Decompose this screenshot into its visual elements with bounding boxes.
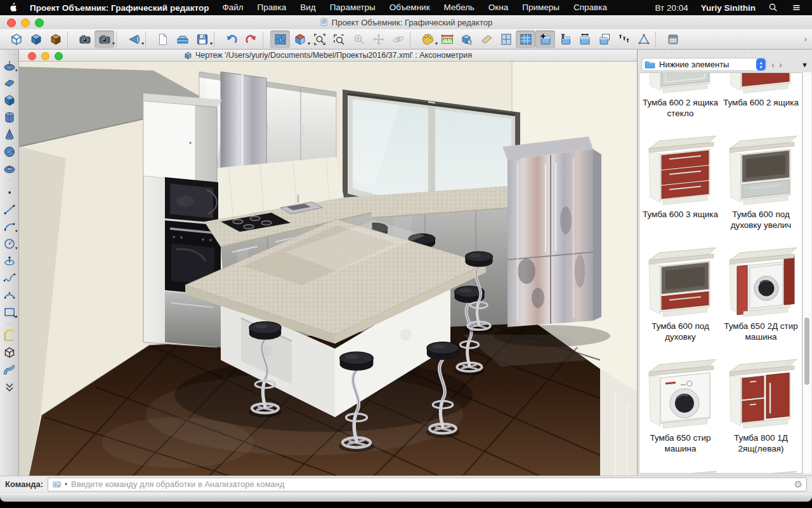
zoom-extents-button[interactable] [310, 30, 329, 48]
dropdown-arrow-icon[interactable]: ▾ [15, 68, 18, 73]
tools-expand[interactable] [1, 378, 18, 396]
catalog-item[interactable] [721, 467, 801, 474]
app-menu-title[interactable]: Проект Объемник: Графический редактор [23, 3, 215, 13]
batch-edit-button[interactable] [614, 30, 634, 48]
cabinet-grid-button[interactable] [516, 30, 535, 48]
window-title-bar[interactable]: Проект Объемник: Графический редактор [0, 15, 812, 30]
catalog-item[interactable]: Тумба 600 под духовку [640, 243, 721, 355]
save-document-button[interactable]: ▾ [192, 30, 212, 48]
window-layout-button[interactable] [270, 30, 290, 48]
zoom-in-button[interactable] [349, 30, 369, 48]
catalog-item[interactable]: Тумба 600 под духовку увелич [721, 131, 801, 243]
category-stepper-icon[interactable]: ▲▼ [756, 58, 766, 70]
command-dropdown-icon[interactable]: ▾ [65, 481, 67, 487]
menu-item-примеры[interactable]: Примеры [515, 0, 566, 15]
close-button[interactable] [7, 18, 16, 27]
menu-item-параметры[interactable]: Параметры [323, 0, 383, 15]
command-history-icon[interactable] [52, 480, 62, 489]
tool-circle[interactable]: ▾ [1, 235, 18, 252]
tool-spline[interactable] [1, 269, 18, 286]
spotlight-search[interactable] [762, 3, 785, 13]
collapse-panel-icon[interactable]: ▼ [801, 61, 808, 69]
tool-cylinder[interactable] [1, 109, 18, 126]
apple-menu[interactable] [0, 3, 23, 13]
view-shaded-button[interactable] [26, 30, 46, 48]
add-cabinet-button[interactable] [535, 30, 555, 48]
catalog-item[interactable]: Тумба 600 2 ящика [721, 72, 801, 131]
catalog-item[interactable]: Тумба 650 стир машина [640, 355, 721, 467]
view-textured-button[interactable] [46, 30, 65, 48]
doc-close-button[interactable] [28, 52, 36, 60]
dropdown-arrow-icon[interactable]: ▾ [15, 314, 18, 319]
dropdown-arrow-icon[interactable]: ▾ [210, 41, 213, 46]
command-input[interactable] [70, 479, 791, 490]
camera-view-button[interactable] [75, 30, 95, 48]
catalog-item[interactable] [640, 467, 721, 474]
redo-button[interactable] [241, 30, 261, 48]
camera-snapshot-button[interactable]: ▾ [95, 30, 114, 48]
tool-workplane[interactable]: ▾ [1, 57, 18, 74]
new-document-button[interactable] [153, 30, 173, 48]
view-faces-button[interactable]: ▾ [290, 30, 310, 48]
drawing-viewport[interactable] [19, 62, 637, 476]
open-document-button[interactable] [173, 30, 192, 48]
materials-button[interactable]: ▾ [417, 30, 437, 48]
cabinet-width-button[interactable] [575, 30, 594, 48]
tool-arc[interactable]: ▾ [1, 218, 18, 235]
category-prev-button[interactable]: ‹ [771, 58, 775, 71]
zoom-window-button[interactable] [329, 30, 349, 48]
edit-cabinet-button[interactable] [555, 30, 575, 48]
catalog-item[interactable]: Тумба 600 2 ящика стекло [640, 72, 721, 131]
menu-item-справка[interactable]: Справка [566, 0, 614, 15]
panel-tool-button[interactable] [476, 30, 496, 48]
undo-button[interactable] [221, 30, 241, 48]
view-wireframe-button[interactable] [6, 30, 26, 48]
palette-drag-handle[interactable]: · · · [2, 51, 17, 57]
tool-point[interactable] [1, 184, 18, 201]
dimension-3d-button[interactable] [634, 30, 653, 48]
doc-zoom-button[interactable] [55, 52, 63, 60]
menu-item-мебель[interactable]: Мебель [437, 0, 481, 15]
dropdown-arrow-icon[interactable]: ▾ [15, 229, 18, 234]
catalog-item[interactable]: Тумба 800 1Д 2ящ(левая) [721, 355, 801, 467]
toolbar-overflow-icon[interactable]: › [804, 34, 812, 44]
orbit-button[interactable] [388, 30, 408, 48]
category-next-button[interactable]: › [779, 58, 782, 71]
tool-torus[interactable] [1, 160, 18, 177]
render-button[interactable] [663, 30, 683, 48]
notification-center[interactable] [785, 3, 802, 13]
zoom-button[interactable] [35, 18, 44, 27]
menu-item-окна[interactable]: Окна [481, 0, 515, 15]
menu-item-вид[interactable]: Вид [293, 0, 322, 15]
dropdown-arrow-icon[interactable]: ▾ [141, 41, 144, 46]
tool-sweep[interactable] [1, 361, 18, 378]
command-settings-gear-icon[interactable]: ⚙ [794, 479, 802, 490]
menu-clock[interactable]: Вт 20:04 [648, 3, 694, 13]
copy-cabinet-button[interactable] [594, 30, 614, 48]
catalog-drag-handle[interactable]: · · · · · · · · · · · · · · · · · · · · … [641, 51, 808, 57]
tool-arc3p[interactable] [1, 286, 18, 304]
dropdown-arrow-icon[interactable]: ▾ [15, 246, 18, 251]
category-dropdown[interactable]: Нижние элементы ▲▼ [641, 58, 767, 71]
catalog-scrollbar[interactable] [802, 72, 811, 474]
menu-item-файл[interactable]: Файл [215, 0, 250, 15]
tool-line[interactable] [1, 201, 18, 218]
tool-fillet[interactable] [1, 327, 18, 344]
menu-item-объемник[interactable]: Объемник [383, 0, 437, 15]
opening-tool-button[interactable] [496, 30, 516, 48]
catalog-item[interactable]: Тумба 600 3 ящика [640, 131, 721, 243]
catalog-scrollbar-thumb[interactable] [804, 318, 809, 385]
tool-plate[interactable] [1, 74, 18, 91]
menu-item-правка[interactable]: Правка [251, 0, 294, 15]
tool-ellipse[interactable] [1, 252, 18, 269]
tool-box-edges[interactable] [1, 344, 18, 361]
select-object-button[interactable] [457, 30, 476, 48]
dimensions-button[interactable] [437, 30, 457, 48]
tool-cone[interactable] [1, 126, 18, 143]
minimize-button[interactable] [21, 18, 30, 27]
catalog-item[interactable]: Тумба 650 2Д стир машина [721, 243, 801, 355]
tool-sphere[interactable] [1, 143, 18, 160]
dropdown-arrow-icon[interactable]: ▾ [112, 41, 115, 46]
tool-rectangle[interactable]: ▾ [1, 304, 18, 321]
pan-button[interactable] [369, 30, 388, 48]
